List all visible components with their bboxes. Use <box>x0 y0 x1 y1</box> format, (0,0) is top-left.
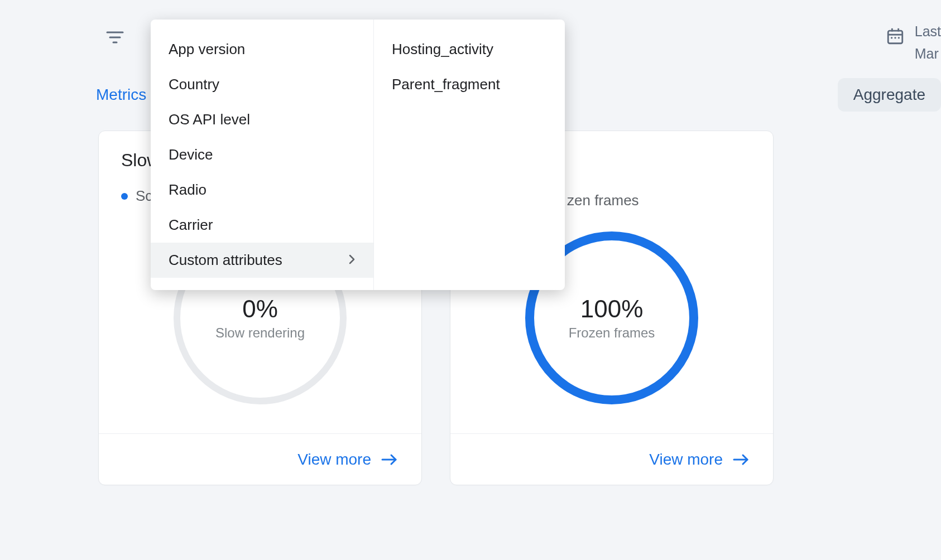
tab-aggregate[interactable]: Aggregate <box>838 78 941 112</box>
filter-item-device[interactable]: Device <box>151 137 373 172</box>
tab-metrics[interactable]: Metrics <box>96 86 146 104</box>
filter-item-label: Device <box>169 146 213 163</box>
filter-item-label: Custom attributes <box>169 252 282 269</box>
gauge-value: 0% <box>215 295 305 323</box>
filter-item-carrier[interactable]: Carrier <box>151 207 373 243</box>
date-line2: Mar <box>915 42 941 65</box>
svg-point-8 <box>894 37 896 38</box>
filter-item-label: Hosting_activity <box>392 41 493 58</box>
view-more-button[interactable]: View more <box>99 433 421 485</box>
filter-item-label: OS API level <box>169 111 250 128</box>
calendar-icon <box>886 27 905 48</box>
gauge-value: 100% <box>569 295 655 323</box>
gauge-center: 0% Slow rendering <box>215 295 305 341</box>
arrow-right-icon <box>381 453 398 466</box>
filter-popover-right: Hosting_activity Parent_fragment <box>374 20 565 290</box>
filter-item-hosting-activity[interactable]: Hosting_activity <box>374 32 565 67</box>
filter-item-custom-attributes[interactable]: Custom attributes <box>151 243 373 278</box>
filter-popover: App version Country OS API level Device … <box>151 20 565 290</box>
filter-item-parent-fragment[interactable]: Parent_fragment <box>374 67 565 102</box>
chevron-right-icon <box>348 252 356 269</box>
arrow-right-icon <box>733 453 750 466</box>
date-range-area[interactable]: Last Mar <box>886 20 941 65</box>
filter-popover-left: App version Country OS API level Device … <box>151 20 374 290</box>
filter-item-label: Carrier <box>169 216 213 234</box>
gauge-center: 100% Frozen frames <box>569 295 655 341</box>
view-more-label: View more <box>649 451 723 469</box>
legend-label-fragment: zen frames <box>567 192 639 209</box>
filter-item-label: Radio <box>169 181 207 199</box>
filter-item-label: Parent_fragment <box>392 76 500 93</box>
filter-item-app-version[interactable]: App version <box>151 32 373 67</box>
view-more-button[interactable]: View more <box>450 433 773 485</box>
filter-item-os-api[interactable]: OS API level <box>151 102 373 137</box>
date-line1: Last <box>915 20 941 42</box>
legend-dot-icon <box>121 193 128 200</box>
filter-icon[interactable] <box>106 30 122 44</box>
filter-item-label: App version <box>169 41 245 58</box>
filter-item-country[interactable]: Country <box>151 67 373 102</box>
svg-point-9 <box>897 37 899 38</box>
gauge-sub: Frozen frames <box>569 325 655 341</box>
svg-point-7 <box>891 37 892 38</box>
view-more-label: View more <box>297 451 371 469</box>
gauge-sub: Slow rendering <box>215 325 305 341</box>
filter-item-label: Country <box>169 76 219 93</box>
date-range-text: Last Mar <box>915 20 941 65</box>
filter-item-radio[interactable]: Radio <box>151 172 373 207</box>
